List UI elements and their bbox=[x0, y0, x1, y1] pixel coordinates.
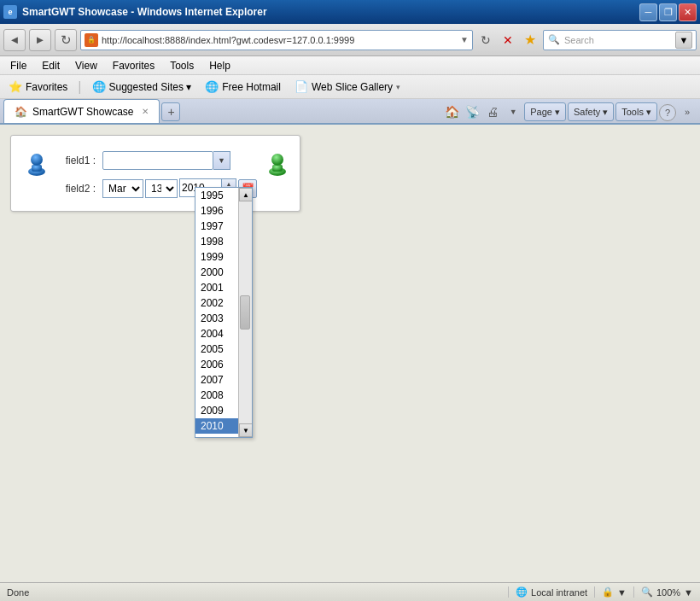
year-option-2005[interactable]: 2005 bbox=[195, 341, 238, 357]
help-button[interactable]: ? bbox=[659, 104, 676, 121]
svg-rect-4 bbox=[272, 165, 283, 172]
fav-hotmail-label: Free Hotmail bbox=[222, 81, 281, 93]
year-dropdown-list: 1995199619971998199920002001200220032004… bbox=[195, 188, 252, 437]
security-arrow[interactable]: ▼ bbox=[617, 587, 627, 598]
status-zone: 🌐 Local intranet bbox=[508, 586, 587, 598]
fav-webslice[interactable]: 📄 Web Slice Gallery ▾ bbox=[291, 79, 404, 95]
webslice-arrow: ▾ bbox=[396, 83, 400, 91]
forward-button[interactable]: ► bbox=[29, 29, 51, 51]
refresh-icon[interactable]: ↻ bbox=[476, 31, 495, 50]
fav-label: Favorites bbox=[26, 81, 67, 93]
scroll-track bbox=[239, 201, 252, 423]
menu-favorites[interactable]: Favorites bbox=[106, 58, 161, 73]
day-select[interactable]: 13 bbox=[145, 179, 178, 198]
ie-icon: e bbox=[3, 5, 17, 19]
year-option-2007[interactable]: 2007 bbox=[195, 372, 238, 388]
menu-bar: File Edit View Favorites Tools Help bbox=[0, 56, 700, 75]
menu-edit[interactable]: Edit bbox=[35, 58, 67, 73]
year-option-2003[interactable]: 2003 bbox=[195, 311, 238, 326]
safety-button[interactable]: Safety ▾ bbox=[568, 102, 614, 121]
tools-button[interactable]: Tools ▾ bbox=[615, 102, 657, 121]
back-button[interactable]: ◄ bbox=[3, 29, 26, 51]
year-option-2010[interactable]: 2010 bbox=[195, 418, 238, 434]
rss-icon[interactable]: 📡 bbox=[463, 102, 481, 121]
close-button[interactable]: ✕ bbox=[679, 3, 697, 21]
year-scrollbar: ▲ ▼ bbox=[238, 188, 252, 437]
lock-icon: 🔒 bbox=[602, 586, 614, 598]
year-option-1996[interactable]: 1996 bbox=[195, 203, 238, 219]
zone-icon: 🌐 bbox=[516, 586, 528, 598]
year-option-1997[interactable]: 1997 bbox=[195, 219, 238, 234]
zoom-arrow[interactable]: ▼ bbox=[684, 587, 693, 598]
address-dropdown[interactable]: ▼ bbox=[460, 35, 469, 44]
menu-tools[interactable]: Tools bbox=[163, 58, 201, 73]
year-option-2011[interactable]: 2011 bbox=[195, 434, 238, 437]
ie-globe-icon: 🌐 bbox=[92, 80, 106, 93]
refresh-button[interactable]: ↻ bbox=[55, 29, 77, 51]
search-button[interactable]: ▼ bbox=[675, 32, 692, 49]
scroll-up-button[interactable]: ▲ bbox=[239, 188, 252, 201]
year-option-2001[interactable]: 2001 bbox=[195, 280, 238, 295]
address-bar: 🔒 http://localhost:8888/index.html?gwt.c… bbox=[80, 30, 473, 50]
new-tab-button[interactable]: + bbox=[161, 102, 180, 121]
field1-label: field1 : bbox=[57, 155, 96, 166]
menu-file[interactable]: File bbox=[3, 58, 33, 73]
home-icon[interactable]: 🏠 bbox=[442, 102, 461, 121]
address-text[interactable]: http://localhost:8888/index.html?gwt.cod… bbox=[102, 35, 457, 45]
tab-title: SmartGWT Showcase bbox=[32, 106, 133, 118]
search-placeholder[interactable]: Search bbox=[564, 35, 672, 45]
year-option-2006[interactable]: 2006 bbox=[195, 357, 238, 372]
year-option-1999[interactable]: 1999 bbox=[195, 249, 238, 265]
title-bar: e SmartGWT Showcase - Windows Internet E… bbox=[0, 0, 700, 24]
year-options: 1995199619971998199920002001200220032004… bbox=[195, 188, 238, 437]
stop-icon[interactable]: ✕ bbox=[499, 31, 517, 50]
status-security: 🔒 ▼ bbox=[594, 586, 627, 598]
webslice-icon: 📄 bbox=[295, 80, 308, 93]
ie-icon-small: 🌐 bbox=[205, 80, 219, 93]
fav-separator: | bbox=[78, 79, 81, 95]
print-icon[interactable]: 🖨 bbox=[483, 102, 502, 121]
fav-webslice-label: Web Slice Gallery bbox=[312, 81, 393, 93]
more-tools-icon[interactable]: » bbox=[678, 102, 697, 121]
field1-dropdown-button[interactable]: ▼ bbox=[213, 151, 230, 170]
search-bar: 🔍 Search ▼ bbox=[543, 30, 697, 50]
menu-view[interactable]: View bbox=[68, 58, 104, 73]
fav-hotmail[interactable]: 🌐 Free Hotmail bbox=[201, 79, 284, 95]
year-option-2002[interactable]: 2002 bbox=[195, 295, 238, 311]
tools-label: Tools ▾ bbox=[621, 107, 651, 118]
status-zoom: 🔍 100% ▼ bbox=[633, 586, 693, 598]
fav-favorites[interactable]: ⭐ Favorites bbox=[5, 79, 71, 95]
fav-suggested-label: Suggested Sites ▾ bbox=[109, 81, 192, 93]
green-pawn-icon bbox=[264, 148, 291, 178]
main-tab[interactable]: 🏠 SmartGWT Showcase ✕ bbox=[3, 99, 160, 123]
scroll-thumb[interactable] bbox=[240, 295, 250, 330]
fav-suggested[interactable]: 🌐 Suggested Sites ▾ bbox=[89, 79, 195, 95]
minimize-button[interactable]: ─ bbox=[639, 3, 657, 21]
restore-button[interactable]: ❐ bbox=[659, 3, 677, 21]
main-content: field1 : ▼ field2 : Mar bbox=[0, 125, 700, 582]
year-option-2008[interactable]: 2008 bbox=[195, 388, 238, 403]
address-icon: 🔒 bbox=[85, 33, 98, 47]
svg-rect-1 bbox=[32, 165, 42, 172]
year-option-2000[interactable]: 2000 bbox=[195, 265, 238, 280]
star-icon: ⭐ bbox=[9, 80, 22, 93]
add-favorite-icon[interactable]: ★ bbox=[521, 31, 540, 50]
year-dropdown: 1995199619971998199920002001200220032004… bbox=[195, 187, 253, 438]
field2-label: field2 : bbox=[57, 183, 96, 195]
year-option-1995[interactable]: 1995 bbox=[195, 188, 238, 203]
month-select[interactable]: Mar bbox=[102, 179, 143, 198]
year-option-1998[interactable]: 1998 bbox=[195, 234, 238, 249]
tab-tools: 🏠 📡 🖨 ▼ Page ▾ Safety ▾ Tools ▾ ? » bbox=[442, 102, 697, 123]
year-option-2004[interactable]: 2004 bbox=[195, 326, 238, 341]
page-button[interactable]: Page ▾ bbox=[524, 102, 566, 121]
window-title: SmartGWT Showcase - Windows Internet Exp… bbox=[22, 6, 267, 18]
menu-help[interactable]: Help bbox=[202, 58, 237, 73]
year-option-2009[interactable]: 2009 bbox=[195, 403, 238, 418]
tab-close-icon[interactable]: ✕ bbox=[142, 107, 149, 116]
page-label: Page ▾ bbox=[530, 107, 560, 118]
scroll-down-button[interactable]: ▼ bbox=[239, 423, 252, 437]
zone-text: Local intranet bbox=[531, 587, 587, 598]
print-dropdown[interactable]: ▼ bbox=[504, 102, 522, 121]
tab-bar: 🏠 SmartGWT Showcase ✕ + 🏠 📡 🖨 ▼ Page ▾ S… bbox=[0, 99, 700, 125]
field1-input[interactable] bbox=[102, 151, 213, 170]
